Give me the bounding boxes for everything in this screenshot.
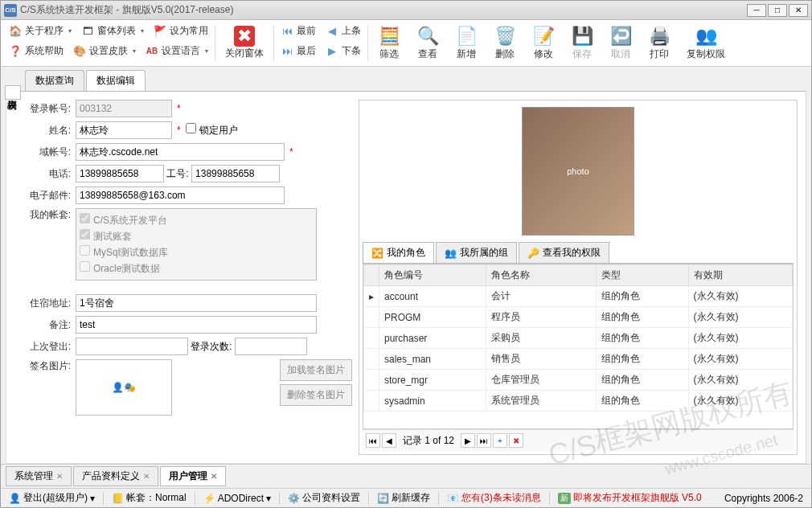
sb-company[interactable]: ⚙️公司资料设置 [285,491,363,505]
sb-ado[interactable]: ⚡ADODirect▾ [200,493,274,504]
nav-next[interactable]: ▶ [461,433,475,448]
col-type[interactable]: 类型 [597,265,688,286]
sub-tab-roles[interactable]: 🔀我的角色 [363,242,434,263]
window-title: C/S系统快速开发框架 - 旗舰版V5.0(2017-release) [20,3,747,17]
nav-text: 记录 1 of 12 [398,434,459,448]
grid-navigator: ⏮ ◀ 记录 1 of 12 ▶ ⏭ + ✖ [363,429,794,451]
sub-tab-groups[interactable]: 👥我所属的组 [436,242,517,263]
load-signature-button[interactable]: 加载签名图片 [280,359,352,381]
table-row[interactable]: PROGM程序员组的角色(永久有效) [364,307,793,328]
sub-tab-perms[interactable]: 🔑查看我的权限 [519,242,609,263]
nav-del[interactable]: ✖ [509,433,523,448]
app-window: C/S C/S系统快速开发框架 - 旗舰版V5.0(2017-release) … [0,0,812,508]
col-name[interactable]: 角色名称 [486,265,597,286]
group-icon: 👥 [445,248,457,259]
user-photo: photo [522,107,634,236]
lbl-lastlogin: 上次登出: [14,340,71,354]
logincount-field[interactable] [235,338,307,355]
close-button[interactable]: ✕ [789,4,808,17]
skin-icon: 🎨 [73,45,86,58]
minimize-button[interactable]: ─ [747,4,766,17]
save-button[interactable]: 💾保存 [563,22,601,64]
delete-signature-button[interactable]: 删除签名图片 [280,384,352,406]
detail-panel: photo 🔀我的角色 👥我所属的组 🔑查看我的权限 角色编号 角色名称 类型 … [359,100,798,455]
signature-image: 👤🎭 [76,359,172,416]
delete-button[interactable]: 🗑️删除 [486,22,524,64]
col-code[interactable]: 角色编号 [379,265,486,286]
search-icon: 🔍 [416,25,439,47]
prev-button[interactable]: ◀上条 [321,22,366,40]
about-button[interactable]: 🏠关于程序▾ [4,22,76,40]
book-icon: 📒 [112,493,124,504]
lbl-account: 登录帐号: [14,102,71,116]
workno-field[interactable] [191,165,280,182]
cancel-button[interactable]: ↩️取消 [601,22,640,64]
tab-data-query[interactable]: 数据查询 [25,70,84,91]
table-row[interactable]: store_mgr仓库管理员组的角色(永久有效) [364,370,793,391]
lbl-phone: 电话: [14,167,71,181]
remark-field[interactable] [76,316,317,334]
lock-user-checkbox[interactable]: 锁定用户 [186,123,237,137]
table-row[interactable]: ▸account会计组的角色(永久有效) [364,286,793,307]
nav-last[interactable]: ⏭ [477,433,491,448]
copy-perm-button[interactable]: 👥复制权限 [679,22,733,64]
account-set-list[interactable]: C/S系统开发平台 测试账套 MySql测试数据库 Oracle测试数据 [76,208,317,281]
view-button[interactable]: 🔍查看 [408,22,447,64]
sb-unread[interactable]: 📧您有(3)条未读消息 [444,491,544,505]
tab-data-edit[interactable]: 数据编辑 [86,70,146,91]
close-window-button[interactable]: ✖关闭窗体 [217,22,272,64]
nav-first[interactable]: ⏮ [366,433,380,448]
maximize-button[interactable]: □ [768,4,787,17]
addr-field[interactable] [76,294,317,312]
users-icon: 👥 [695,25,717,47]
domain-field[interactable] [76,143,285,161]
filter-button[interactable]: 🧮筛选 [370,22,408,64]
phone-field[interactable] [76,165,164,182]
language-button[interactable]: AB设置语言▾ [141,42,213,60]
roles-grid[interactable]: 角色编号 角色名称 类型 有效期 ▸account会计组的角色(永久有效)PRO… [363,264,794,429]
bot-tab-system[interactable]: 系统管理✕ [6,466,72,486]
nav-prev[interactable]: ◀ [382,433,396,448]
email-field[interactable] [76,186,285,204]
col-valid[interactable]: 有效期 [688,265,792,286]
lbl-accounts: 我的帐套: [14,208,71,222]
skin-button[interactable]: 🎨设置皮肤▾ [68,42,141,60]
set-favorite-button[interactable]: 🚩设为常用 [149,22,213,40]
bot-tab-user[interactable]: 用户管理✕ [160,466,226,486]
close-tab-icon[interactable]: ✕ [211,472,217,481]
table-row[interactable]: purchaser采购员组的角色(永久有效) [364,328,793,349]
sb-logout[interactable]: 👤登出(超级用户)▾ [6,491,98,505]
print-button[interactable]: 🖨️打印 [640,22,679,64]
name-field[interactable] [76,121,172,139]
sb-account-set[interactable]: 📒帐套：Normal [109,491,190,505]
close-tab-icon[interactable]: ✕ [56,472,63,481]
lbl-name: 姓名: [14,124,71,137]
add-button[interactable]: 📄新增 [447,22,486,64]
sb-release[interactable]: 新即将发布开发框架旗舰版 V5.0 [555,491,705,505]
new-badge: 新 [558,493,571,504]
lbl-domain: 域帐号: [14,145,71,159]
window-list-button[interactable]: 🗔窗体列表▾ [76,22,149,40]
lastlogin-field[interactable] [76,338,188,355]
table-row[interactable]: sales_man销售员组的角色(永久有效) [364,349,793,370]
account-field[interactable] [76,100,172,117]
required-mark: * [177,103,181,114]
status-bar: 👤登出(超级用户)▾ 📒帐套：Normal ⚡ADODirect▾ ⚙️公司资料… [1,488,811,507]
bot-tab-product[interactable]: 产品资料定义✕ [73,466,158,486]
close-window-icon: ✖ [234,26,255,47]
table-row[interactable]: sysadmin系统管理员组的角色(永久有效) [364,391,793,412]
help-button[interactable]: ❓系统帮助 [4,42,68,60]
user-icon: 👤 [9,493,21,504]
prev-icon: ◀ [326,25,338,38]
first-button[interactable]: ⏮最前 [276,22,321,40]
edit-button[interactable]: 📝修改 [524,22,563,64]
close-tab-icon[interactable]: ✕ [143,472,150,481]
perm-icon: 🔑 [527,248,539,259]
nav-add[interactable]: + [493,433,507,448]
sb-refresh[interactable]: 🔄刷新缓存 [374,491,433,505]
next-button[interactable]: ▶下条 [321,42,366,60]
next-icon: ▶ [326,45,338,58]
last-button[interactable]: ⏭最后 [276,42,321,60]
edit-icon: 📝 [532,25,555,47]
side-tab-modules[interactable]: 模块列表 [5,85,21,100]
